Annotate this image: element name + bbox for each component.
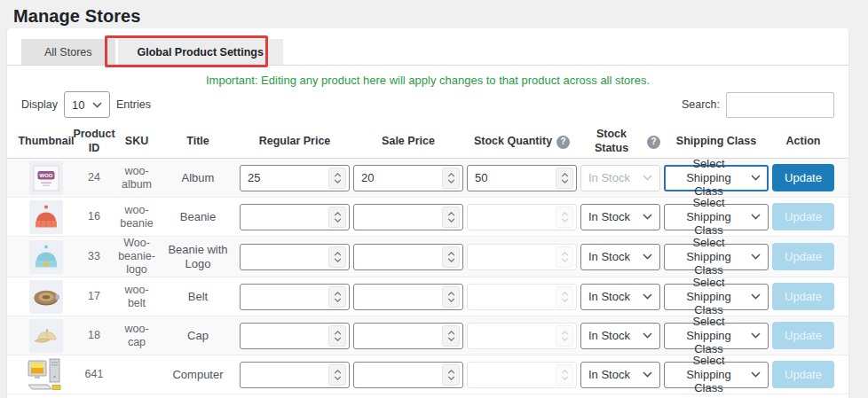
update-button: Update bbox=[772, 243, 834, 270]
number-spinner-icon[interactable] bbox=[442, 207, 460, 228]
table-row: WOO 24 woo-album Album 25 20 bbox=[7, 159, 848, 198]
product-thumbnail[interactable] bbox=[29, 200, 63, 234]
number-spinner-icon[interactable] bbox=[328, 207, 346, 228]
header-sale-price: Sale Price bbox=[353, 135, 463, 149]
header-thumbnail: Thumbnail bbox=[21, 135, 71, 149]
content-card: All Stores Global Product Settings Impor… bbox=[7, 28, 848, 398]
product-thumbnail[interactable]: WOO bbox=[29, 161, 63, 195]
shipping-class-select[interactable]: Select Shipping Class bbox=[664, 165, 769, 191]
title-cell: Belt bbox=[160, 290, 236, 304]
stock-quantity-input[interactable]: 50 bbox=[467, 165, 577, 191]
chevron-down-icon bbox=[751, 293, 761, 300]
entries-per-page-value: 10 bbox=[72, 98, 84, 112]
shipping-class-select[interactable]: Select Shipping Class bbox=[664, 284, 769, 310]
sku-cell: woo-belt bbox=[117, 284, 156, 310]
sku-cell: woo-album bbox=[117, 165, 156, 191]
number-spinner-icon bbox=[556, 364, 573, 386]
chevron-down-icon bbox=[643, 332, 652, 339]
page-title: Manage Stores bbox=[0, 0, 868, 27]
number-spinner-icon[interactable] bbox=[328, 325, 346, 347]
stock-quantity-value: 50 bbox=[475, 171, 487, 185]
belt-image bbox=[31, 282, 61, 312]
search-label: Search: bbox=[682, 98, 720, 111]
regular-price-input[interactable] bbox=[240, 204, 350, 230]
number-spinner-icon[interactable] bbox=[328, 168, 346, 189]
regular-price-input[interactable] bbox=[240, 362, 350, 388]
number-spinner-icon[interactable] bbox=[556, 168, 573, 189]
shipping-class-select[interactable]: Select Shipping Class bbox=[664, 204, 769, 230]
table-row: 17 woo-belt Belt bbox=[7, 277, 848, 316]
number-spinner-icon[interactable] bbox=[442, 286, 460, 308]
stock-status-select: In Stock bbox=[580, 165, 660, 191]
number-spinner-icon[interactable] bbox=[328, 246, 346, 268]
product-id-cell: 24 bbox=[75, 171, 114, 184]
sale-price-input[interactable] bbox=[353, 204, 463, 230]
update-button[interactable]: Update bbox=[772, 164, 834, 191]
display-label: Display bbox=[21, 98, 58, 111]
table-row: 18 woo-cap Cap bbox=[7, 316, 848, 355]
table-header-row: Thumbnail Product ID SKU Title Regular P… bbox=[7, 126, 848, 159]
chevron-down-icon bbox=[643, 293, 652, 300]
header-product-id: Product ID bbox=[75, 128, 114, 155]
product-thumbnail[interactable] bbox=[29, 240, 63, 274]
number-spinner-icon[interactable] bbox=[328, 286, 346, 308]
stock-status-select[interactable]: In Stock bbox=[580, 204, 660, 230]
tab-all-stores[interactable]: All Stores bbox=[21, 39, 115, 65]
sale-price-input[interactable] bbox=[353, 244, 463, 270]
stock-quantity-input bbox=[467, 204, 577, 230]
shipping-class-select[interactable]: Select Shipping Class bbox=[664, 323, 769, 349]
help-icon[interactable]: ? bbox=[647, 136, 660, 149]
computer-image bbox=[25, 357, 67, 393]
svg-text:WOO: WOO bbox=[40, 173, 53, 178]
chevron-down-icon bbox=[92, 102, 102, 108]
entries-label: Entries bbox=[116, 98, 151, 111]
product-thumbnail[interactable] bbox=[29, 319, 63, 353]
regular-price-input[interactable]: 25 bbox=[240, 165, 350, 191]
number-spinner-icon[interactable] bbox=[442, 325, 460, 347]
stock-status-select[interactable]: In Stock bbox=[580, 244, 660, 270]
shipping-class-select[interactable]: Select Shipping Class bbox=[664, 244, 769, 270]
header-shipping-class: Shipping Class bbox=[664, 135, 769, 149]
important-notice: Important: Editing any product here will… bbox=[7, 66, 848, 89]
regular-price-input[interactable] bbox=[240, 244, 350, 270]
stock-status-select[interactable]: In Stock bbox=[580, 323, 660, 349]
stock-quantity-input bbox=[467, 284, 577, 310]
tab-global-product-settings[interactable]: Global Product Settings bbox=[118, 39, 283, 65]
title-cell: Beanie with Logo bbox=[160, 243, 236, 270]
update-button: Update bbox=[772, 283, 834, 310]
title-cell: Beanie bbox=[160, 210, 236, 224]
update-button: Update bbox=[772, 203, 834, 230]
beanie-with-logo-image bbox=[31, 242, 61, 272]
header-stock-quantity: Stock Quantity bbox=[474, 135, 552, 149]
number-spinner-icon[interactable] bbox=[442, 168, 460, 189]
regular-price-value: 25 bbox=[248, 171, 260, 185]
product-id-cell: 18 bbox=[75, 329, 114, 342]
sale-price-input[interactable] bbox=[353, 323, 463, 349]
regular-price-input[interactable] bbox=[240, 323, 350, 349]
number-spinner-icon bbox=[556, 246, 573, 268]
number-spinner-icon[interactable] bbox=[442, 246, 460, 268]
number-spinner-icon[interactable] bbox=[328, 364, 346, 386]
product-id-cell: 17 bbox=[75, 290, 114, 303]
search-input[interactable] bbox=[726, 92, 834, 118]
product-thumbnail[interactable] bbox=[29, 280, 63, 314]
chevron-down-icon bbox=[751, 332, 761, 339]
entries-per-page-select[interactable]: 10 bbox=[64, 91, 110, 118]
help-icon[interactable]: ? bbox=[556, 136, 570, 149]
stock-status-select[interactable]: In Stock bbox=[580, 284, 660, 310]
header-regular-price: Regular Price bbox=[240, 135, 350, 149]
sku-cell: Woo-beanie-logo bbox=[117, 237, 156, 277]
title-cell: Computer bbox=[160, 368, 236, 382]
stock-status-value: In Stock bbox=[588, 290, 630, 304]
sale-price-input[interactable] bbox=[353, 362, 463, 388]
product-thumbnail[interactable] bbox=[24, 356, 68, 394]
stock-status-select[interactable]: In Stock bbox=[580, 362, 660, 388]
sku-cell: woo-cap bbox=[117, 323, 156, 349]
stock-quantity-input bbox=[467, 362, 577, 388]
number-spinner-icon[interactable] bbox=[442, 364, 460, 386]
shipping-class-select[interactable]: Select Shipping Class bbox=[664, 362, 769, 388]
regular-price-input[interactable] bbox=[240, 284, 350, 310]
sale-price-input[interactable]: 20 bbox=[353, 165, 463, 191]
sale-price-input[interactable] bbox=[353, 284, 463, 310]
header-stock-status: Stock Status bbox=[580, 128, 643, 155]
